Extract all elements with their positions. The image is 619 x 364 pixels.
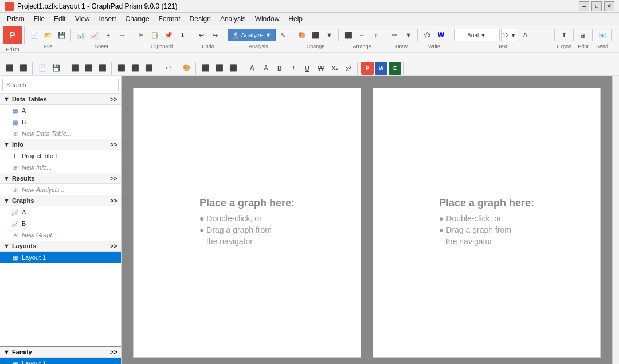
nav-item-new-analysis[interactable]: ⊕ New Analysis...	[0, 184, 121, 195]
export-btn[interactable]: ⬆	[558, 29, 571, 41]
r2-clip-btn2[interactable]: ⬛	[129, 62, 142, 75]
r2-btn2[interactable]: ⬛	[17, 62, 30, 75]
write-sqrt-btn[interactable]: √x	[421, 29, 434, 41]
menu-analysis[interactable]: Analysis	[216, 14, 250, 24]
nav-item-graph-a[interactable]: 📈 A	[0, 206, 121, 218]
change-btn-1[interactable]: 🎨	[296, 29, 308, 41]
toolbar-section-arrange: ⬛ ↔ ↕ Arrange	[340, 29, 385, 41]
arrange-btn-3[interactable]: ↕	[370, 29, 382, 41]
nav-section-info[interactable]: ▼ Info >>	[0, 139, 121, 150]
r2-superscript[interactable]: x²	[342, 62, 355, 75]
arrange-btn-2[interactable]: ↔	[356, 29, 369, 41]
nav-section-layouts[interactable]: ▼ Layouts >>	[0, 241, 121, 252]
vertical-scrollbar[interactable]	[612, 76, 619, 364]
r2-file-btn2[interactable]: 💾	[50, 62, 62, 75]
r2-file-btn1[interactable]: 📄	[36, 62, 49, 75]
sheet-btn-1[interactable]: 📊	[75, 29, 87, 41]
change-btn-2[interactable]: ⬛	[310, 29, 322, 41]
r2-clip-btn1[interactable]: ⬛	[115, 62, 128, 75]
r2-bold[interactable]: B	[273, 62, 286, 75]
table-icon-b: ▦	[10, 118, 19, 127]
r2-change-btn[interactable]: 🎨	[181, 62, 193, 75]
sheet-btn-4[interactable]: →	[116, 29, 128, 41]
arrange-btn-1[interactable]: ⬛	[342, 29, 355, 41]
r2-small-font[interactable]: A	[260, 62, 272, 75]
sheet-btn-2[interactable]: 📈	[88, 29, 101, 41]
nav-family-layout-1[interactable]: ▦ Layout 1	[0, 358, 121, 364]
r2-large-font[interactable]: A	[246, 62, 258, 75]
menu-file[interactable]: File	[29, 14, 49, 24]
r2-italic[interactable]: I	[287, 62, 300, 75]
font-size-btn[interactable]: 12 ▼	[501, 29, 518, 41]
change-dropdown[interactable]: ▼	[323, 29, 336, 41]
nav-family-header[interactable]: ▼ Family >>	[0, 347, 121, 358]
r2-word-app[interactable]: W	[375, 62, 387, 75]
toolbar-section-export: ⬆ Export	[556, 29, 574, 41]
analyze-button[interactable]: 🔬 Analyze ▼	[228, 29, 276, 41]
menu-format[interactable]: Format	[154, 14, 185, 24]
graph-placeholder-right[interactable]: Place a graph here: ● Double-click, or ●…	[373, 88, 601, 358]
menu-design[interactable]: Design	[185, 14, 216, 24]
nav-item-project-info[interactable]: ℹ Project info 1	[0, 150, 121, 162]
r2-sheet-btn1[interactable]: ⬛	[69, 62, 81, 75]
nav-item-new-info[interactable]: ⊕ New Info...	[0, 162, 121, 173]
print-btn[interactable]: 🖨	[577, 29, 590, 41]
cut-button[interactable]: ✂	[135, 29, 147, 41]
nav-item-new-data-table[interactable]: ⊕ New Data Table...	[0, 128, 121, 139]
send-btn[interactable]: 📧	[596, 29, 609, 41]
nav-item-graph-b[interactable]: 📈 B	[0, 218, 121, 229]
menu-change[interactable]: Change	[121, 14, 154, 24]
undo-button[interactable]: ↩	[195, 29, 207, 41]
menu-window[interactable]: Window	[250, 14, 284, 24]
r2-undo-btn[interactable]: ↩	[162, 62, 174, 75]
r2-align-left[interactable]: ⬛	[199, 62, 212, 75]
menu-insert[interactable]: Insert	[95, 14, 121, 24]
maximize-button[interactable]: □	[591, 1, 602, 11]
prism-logo-button[interactable]: P	[3, 26, 22, 44]
toolbar-section-change: 🎨 ⬛ ▼ Change	[293, 29, 339, 41]
menu-view[interactable]: View	[70, 14, 95, 24]
nav-item-graph-b-label: B	[22, 220, 26, 227]
nav-section-graphs[interactable]: ▼ Graphs >>	[0, 195, 121, 206]
draw-dropdown[interactable]: ▼	[402, 29, 415, 41]
graph-placeholder-left[interactable]: Place a graph here: ● Double-click, or ●…	[133, 88, 361, 358]
r2-excel-app[interactable]: E	[389, 62, 401, 75]
r2-sheet-btn3[interactable]: ⬛	[96, 62, 109, 75]
minimize-button[interactable]: –	[579, 1, 589, 11]
nav-section-results[interactable]: ▼ Results >>	[0, 173, 121, 184]
r2-prism-app[interactable]: P	[361, 62, 374, 75]
search-input[interactable]	[2, 79, 119, 91]
analysis-edit-button[interactable]: ✎	[277, 29, 289, 41]
menu-prism[interactable]: Prism	[2, 14, 29, 24]
r2-underline[interactable]: U	[301, 62, 314, 75]
close-button[interactable]: ✕	[604, 1, 614, 11]
sheet-btn-3[interactable]: +	[102, 29, 115, 41]
r2-strikethrough[interactable]: W	[315, 62, 327, 75]
r2-sheet-btn2[interactable]: ⬛	[83, 62, 95, 75]
font-color-btn[interactable]: A	[519, 29, 532, 41]
menu-edit[interactable]: Edit	[49, 14, 70, 24]
new-file-button[interactable]: 📄	[28, 29, 41, 41]
save-file-button[interactable]: 💾	[56, 29, 68, 41]
nav-item-new-graph[interactable]: ⊕ New Graph...	[0, 229, 121, 241]
menu-help[interactable]: Help	[284, 14, 307, 24]
write-word-btn[interactable]: W	[435, 29, 448, 41]
paste-button[interactable]: 📌	[162, 29, 175, 41]
copy-button[interactable]: 📋	[148, 29, 161, 41]
nav-section-data-tables[interactable]: ▼ Data Tables >>	[0, 94, 121, 105]
layout-icon-1: ▦	[10, 253, 19, 262]
open-file-button[interactable]: 📂	[42, 29, 54, 41]
draw-btn-1[interactable]: ✏	[389, 29, 401, 41]
nav-item-layout-1[interactable]: ▦ Layout 1	[0, 252, 121, 263]
window-controls: – □ ✕	[579, 1, 614, 11]
nav-item-dt-b[interactable]: ▦ B	[0, 116, 121, 128]
font-name-btn[interactable]: Arial ▼	[454, 29, 500, 41]
r2-align-3[interactable]: ⬛	[227, 62, 240, 75]
paste-options-button[interactable]: ⬇	[176, 29, 189, 41]
r2-subscript[interactable]: x₂	[328, 62, 341, 75]
r2-align-2[interactable]: ⬛	[213, 62, 226, 75]
nav-item-dt-a[interactable]: ▦ A	[0, 105, 121, 116]
redo-button[interactable]: ↪	[209, 29, 221, 41]
r2-btn1[interactable]: ⬛	[3, 62, 16, 75]
r2-clip-btn3[interactable]: ⬛	[143, 62, 155, 75]
